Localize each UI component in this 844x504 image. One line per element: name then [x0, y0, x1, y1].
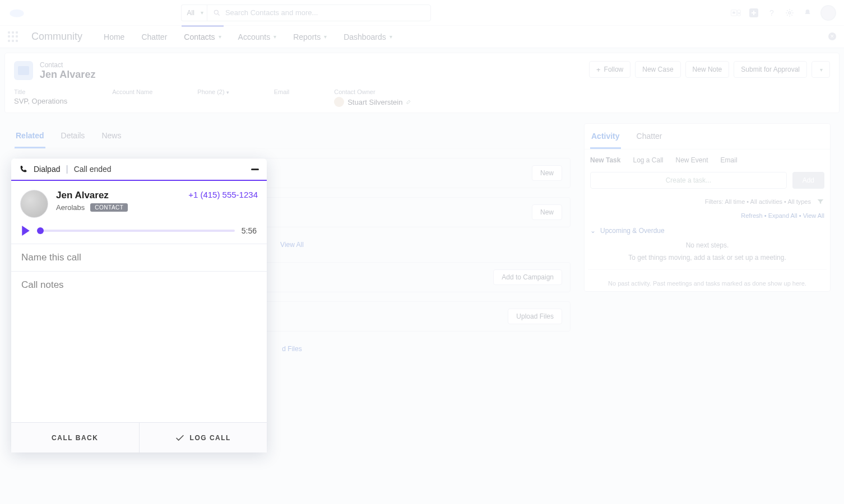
upcoming-accordion[interactable]: ⌄Upcoming & Overdue — [585, 222, 830, 239]
recording-player: 5:56 — [11, 223, 267, 244]
owner-avatar — [334, 97, 344, 107]
chevron-down-icon: ▾ — [219, 34, 221, 40]
svg-rect-9 — [18, 66, 29, 75]
tab-activity[interactable]: Activity — [590, 124, 621, 149]
field-email-label: Email — [274, 88, 290, 95]
nav-contacts[interactable]: Contacts▾ — [182, 25, 223, 47]
global-search-input[interactable]: Search Contacts and more... — [207, 4, 431, 21]
change-owner-icon[interactable] — [406, 99, 411, 105]
follow-button[interactable]: +Follow — [589, 61, 630, 78]
recording-seek-slider[interactable] — [37, 230, 235, 232]
nav-accounts[interactable]: Accounts▾ — [236, 27, 279, 47]
expand-all-link[interactable]: Expand All — [768, 212, 797, 219]
field-title-value: SVP, Operations — [14, 97, 67, 105]
global-topbar: All Search Contacts and more... ▾ ? — [0, 0, 844, 26]
name-this-call-input[interactable]: Name this call — [11, 244, 267, 271]
minimize-icon[interactable] — [251, 169, 259, 170]
nav-chatter[interactable]: Chatter — [139, 27, 169, 47]
log-call-button[interactable]: LOG CALL — [139, 423, 267, 452]
salesforce-logo — [8, 7, 26, 19]
submit-approval-button[interactable]: Submit for Approval — [734, 61, 807, 78]
no-next-steps-hint: To get things moving, add a task or set … — [585, 251, 830, 264]
dialpad-panel: Dialpad | Call ended Jen Alvarez Aerolab… — [11, 158, 267, 452]
app-name: Community — [31, 31, 82, 43]
upload-files-button[interactable]: Upload Files — [508, 309, 562, 324]
search-scope-button[interactable]: All — [181, 4, 207, 21]
view-all-link[interactable]: View All — [803, 212, 824, 219]
create-task-input[interactable]: Create a task... — [590, 172, 787, 189]
app-launcher-icon[interactable] — [8, 31, 19, 43]
notifications-bell-icon[interactable] — [803, 8, 813, 18]
contact-name: Jen Alvarez — [56, 190, 128, 201]
more-actions-button[interactable] — [811, 61, 830, 78]
add-to-campaign-button[interactable]: Add to Campaign — [493, 269, 562, 285]
call-contact-block: Jen Alvarez Aerolabs CONTACT +1 (415) 55… — [11, 181, 267, 223]
tab-details[interactable]: Details — [60, 123, 86, 148]
tab-chatter[interactable]: Chatter — [636, 124, 664, 149]
search-icon — [213, 9, 221, 17]
field-owner-label: Contact Owner — [334, 88, 411, 95]
contact-type-badge: CONTACT — [90, 203, 128, 212]
phone-icon — [19, 165, 28, 174]
nav-dashboards[interactable]: Dashboards▾ — [341, 27, 395, 47]
svg-line-2 — [218, 13, 220, 15]
recording-duration: 5:56 — [242, 226, 257, 235]
search-placeholder: Search Contacts and more... — [225, 8, 318, 17]
filter-icon[interactable] — [817, 198, 824, 206]
svg-point-8 — [789, 12, 791, 14]
record-type: Contact — [40, 61, 95, 69]
add-task-button[interactable]: Add — [792, 172, 824, 189]
no-past-activity: No past activity. Past meetings and task… — [588, 269, 827, 291]
tab-news[interactable]: News — [100, 123, 122, 148]
new-case-button[interactable]: New Case — [635, 61, 680, 78]
favorites-button[interactable]: ▾ — [731, 8, 741, 18]
tab-related[interactable]: Related — [15, 123, 45, 148]
chevron-down-icon: ⌄ — [590, 227, 596, 235]
subtab-new-event[interactable]: New Event — [676, 156, 708, 164]
play-button[interactable] — [21, 226, 30, 236]
subtab-email[interactable]: Email — [721, 156, 738, 164]
contact-object-icon — [14, 61, 33, 80]
nav-reports[interactable]: Reports▾ — [291, 27, 329, 47]
add-button[interactable] — [749, 8, 759, 18]
svg-point-1 — [214, 10, 218, 14]
new-button[interactable]: New — [532, 204, 562, 220]
user-avatar[interactable] — [820, 5, 836, 21]
activity-panel: Activity Chatter New Task Log a Call New… — [584, 123, 831, 292]
field-phone-label[interactable]: Phone (2) ▾ — [197, 88, 229, 95]
filters-text: Filters: All time • All activities • All… — [705, 198, 811, 205]
no-next-steps: No next steps. — [585, 239, 830, 251]
contact-avatar — [20, 190, 48, 218]
field-account-label: Account Name — [112, 88, 152, 95]
record-header: Contact Jen Alvarez +Follow New Case New… — [4, 53, 840, 113]
svg-text:?: ? — [769, 8, 774, 17]
close-tab-icon[interactable]: ✕ — [828, 32, 836, 40]
dialpad-title: Dialpad — [34, 165, 60, 174]
call-back-button[interactable]: CALL BACK — [11, 423, 139, 452]
contact-phone[interactable]: +1 (415) 555-1234 — [188, 190, 258, 199]
field-owner-value[interactable]: Stuart Silverstein — [334, 97, 411, 107]
nav-home[interactable]: Home — [101, 27, 127, 47]
new-note-button[interactable]: New Note — [685, 61, 730, 78]
search-scope-label: All — [187, 9, 194, 17]
record-name: Jen Alvarez — [40, 69, 95, 81]
new-button[interactable]: New — [532, 165, 562, 181]
help-icon[interactable]: ? — [767, 8, 777, 18]
refresh-link[interactable]: Refresh — [741, 212, 763, 219]
call-notes-textarea[interactable]: Call notes — [11, 271, 267, 422]
subtab-log-call[interactable]: Log a Call — [633, 156, 663, 164]
dialpad-header: Dialpad | Call ended — [11, 158, 267, 181]
check-icon — [175, 434, 184, 442]
svg-text:▾: ▾ — [738, 11, 740, 15]
object-navbar: Community Home Chatter Contacts▾ Account… — [0, 26, 844, 48]
contact-company: Aerolabs — [56, 203, 85, 212]
subtab-new-task[interactable]: New Task — [590, 156, 620, 164]
call-status: Call ended — [74, 165, 112, 174]
svg-point-0 — [10, 9, 24, 17]
field-title-label: Title — [14, 88, 67, 95]
setup-gear-icon[interactable] — [785, 8, 795, 18]
